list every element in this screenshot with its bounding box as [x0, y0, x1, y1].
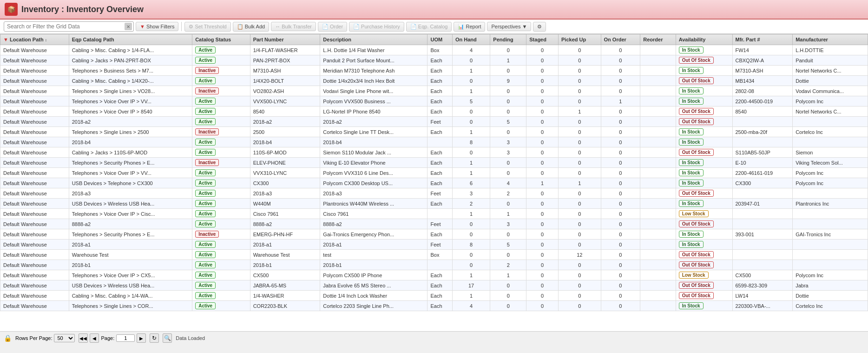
perspectives-button[interactable]: Perspectives ▼ — [487, 22, 531, 31]
cell-on-order: 0 — [601, 45, 640, 55]
table-row[interactable]: Default Warehouse 2018-b1 Active 2018-b1… — [0, 260, 868, 270]
col-manufacturer[interactable]: Manufacturer — [793, 34, 868, 45]
table-row[interactable]: Default Warehouse 2018-a3 Active 2018-a3… — [0, 188, 868, 199]
table-row[interactable]: Default Warehouse 2018-a1 Active 2018-a1… — [0, 240, 868, 250]
table-row[interactable]: Default Warehouse Telephones > Single Li… — [0, 301, 868, 311]
rows-per-page-label: Rows Per Page: — [15, 335, 52, 341]
table-row[interactable]: Default Warehouse Telephones > Security … — [0, 158, 868, 168]
table-row[interactable]: Default Warehouse 2018-b4 Active 2018-b4… — [0, 137, 868, 147]
col-mfr-part[interactable]: Mfr. Part # — [732, 34, 793, 45]
cell-catalog-status: Active — [192, 280, 250, 291]
cell-part-number: VVX310-LYNC — [250, 168, 320, 178]
cell-staged: 0 — [526, 107, 559, 117]
cell-reorder — [640, 137, 676, 147]
cell-reorder — [640, 107, 676, 117]
table-row[interactable]: Default Warehouse Cabling > Misc. Cablin… — [0, 76, 868, 86]
cell-picked-up: 0 — [559, 301, 601, 311]
table-row[interactable]: Default Warehouse USB Devices > Telephon… — [0, 178, 868, 188]
table-row[interactable]: Default Warehouse USB Devices > Wireless… — [0, 199, 868, 209]
cell-on-hand: 1 — [452, 168, 490, 178]
table-row[interactable]: Default Warehouse Telephones > Security … — [0, 229, 868, 240]
cell-on-hand: 0 — [452, 107, 490, 117]
cell-availability: In Stock — [676, 240, 732, 250]
cell-on-order: 0 — [601, 137, 640, 147]
cell-location-path: Default Warehouse — [0, 55, 69, 66]
table-row[interactable]: Default Warehouse Warehouse Test Active … — [0, 250, 868, 260]
cell-pending: 0 — [490, 66, 526, 76]
filter-indicator: ▼ — [3, 37, 10, 42]
cell-picked-up: 0 — [559, 127, 601, 137]
cell-manufacturer: Cortelco Inc — [793, 301, 868, 311]
report-button[interactable]: 📊 Report — [454, 22, 485, 32]
cell-pending: 0 — [490, 199, 526, 209]
cell-description: Jabra Evolve 65 MS Stereo ... — [320, 280, 427, 291]
col-on-hand[interactable]: On Hand — [452, 34, 490, 45]
col-location-path[interactable]: ▼ Location Path ↕ — [0, 34, 69, 45]
col-catalog-status[interactable]: Catalog Status — [192, 34, 250, 45]
first-page-button[interactable]: ◀◀ — [79, 333, 88, 343]
cell-catalog-status: Active — [192, 240, 250, 250]
eqp-catalog-button[interactable]: 📄 Eqp. Catalog — [406, 22, 452, 32]
col-description[interactable]: Description — [320, 34, 427, 45]
rows-per-page-select[interactable]: 50 25 100 — [54, 334, 75, 342]
next-page-button[interactable]: ▶ — [137, 333, 146, 343]
cell-manufacturer — [793, 117, 868, 127]
page-input[interactable] — [116, 334, 135, 342]
table-row[interactable]: Default Warehouse Telephones > Single Li… — [0, 127, 868, 137]
cell-uom: Box — [427, 250, 452, 260]
refresh-button[interactable]: ↻ — [150, 333, 159, 343]
cell-eqp-catalog-path: Telephones > Single Lines > COR... — [69, 301, 192, 311]
show-filters-button[interactable]: ▼ Show Filters — [136, 22, 178, 31]
table-row[interactable]: Default Warehouse 8888-a2 Active 8888-a2… — [0, 219, 868, 229]
table-row[interactable]: Default Warehouse Telephones > Voice Ove… — [0, 209, 868, 219]
table-row[interactable]: Default Warehouse Telephones > Voice Ove… — [0, 168, 868, 178]
col-uom[interactable]: UOM — [427, 34, 452, 45]
table-row[interactable]: Default Warehouse Telephones > Single Li… — [0, 86, 868, 96]
table-row[interactable]: Default Warehouse Cabling > Misc. Cablin… — [0, 291, 868, 301]
col-picked-up[interactable]: Picked Up — [559, 34, 601, 45]
table-header-row: ▼ Location Path ↕ Eqp Catalog Path Catal… — [0, 34, 868, 45]
search-input[interactable] — [4, 21, 134, 32]
cell-uom: Feet — [427, 188, 452, 199]
cell-pending: 3 — [490, 147, 526, 158]
purchase-history-button[interactable]: 📄 Purchase History — [349, 22, 404, 32]
prev-page-button[interactable]: ◀ — [90, 333, 99, 343]
table-row[interactable]: Default Warehouse USB Devices > Wireless… — [0, 280, 868, 291]
table-row[interactable]: Default Warehouse 2018-a2 Active 2018-a2… — [0, 117, 868, 127]
search-small-button[interactable]: 🔍 — [163, 333, 172, 343]
table-row[interactable]: Default Warehouse Cabling > Jacks > 110S… — [0, 147, 868, 158]
col-pending[interactable]: Pending — [490, 34, 526, 45]
cell-description: Dottie 1/4x20x3/4 Inch Hex Bolt — [320, 76, 427, 86]
page-label: Page: — [101, 335, 114, 341]
cell-availability: Out Of Stock — [676, 280, 732, 291]
table-row[interactable]: Default Warehouse Telephones > Voice Ove… — [0, 270, 868, 280]
settings-button[interactable]: ⚙ — [533, 22, 546, 32]
table-row[interactable]: Default Warehouse Telephones > Voice Ove… — [0, 107, 868, 117]
cell-staged: 0 — [526, 188, 559, 199]
cell-picked-up: 0 — [559, 55, 601, 66]
table-row[interactable]: Default Warehouse Cabling > Jacks > PAN-… — [0, 55, 868, 66]
cell-location-path: Default Warehouse — [0, 137, 69, 147]
bulk-transfer-button[interactable]: ↔ Bulk Transfer — [271, 22, 316, 31]
cell-availability: Out Of Stock — [676, 76, 732, 86]
col-on-order[interactable]: On Order — [601, 34, 640, 45]
search-clear-button[interactable]: ✕ — [125, 23, 132, 30]
col-part-number[interactable]: Part Number — [250, 34, 320, 45]
cell-picked-up: 0 — [559, 168, 601, 178]
table-row[interactable]: Default Warehouse Telephones > Voice Ove… — [0, 96, 868, 107]
cell-mfr-part — [732, 117, 793, 127]
app-icon: 📦 — [5, 3, 18, 16]
cell-pending: 0 — [490, 280, 526, 291]
cell-uom — [427, 209, 452, 219]
set-threshold-button[interactable]: ⚙ Set Threshold — [184, 22, 230, 32]
col-availability[interactable]: Availability — [676, 34, 732, 45]
table-row[interactable]: Default Warehouse Telephones > Business … — [0, 66, 868, 76]
table-row[interactable]: Default Warehouse Cabling > Misc. Cablin… — [0, 45, 868, 55]
cell-on-hand: 2 — [452, 199, 490, 209]
col-staged[interactable]: Staged — [526, 34, 559, 45]
order-button[interactable]: 📄 Order — [318, 22, 347, 32]
col-reorder[interactable]: Reorder — [640, 34, 676, 45]
col-eqp-catalog-path[interactable]: Eqp Catalog Path — [69, 34, 192, 45]
cell-uom: Each — [427, 96, 452, 107]
bulk-add-button[interactable]: 📋 Bulk Add — [233, 22, 269, 32]
